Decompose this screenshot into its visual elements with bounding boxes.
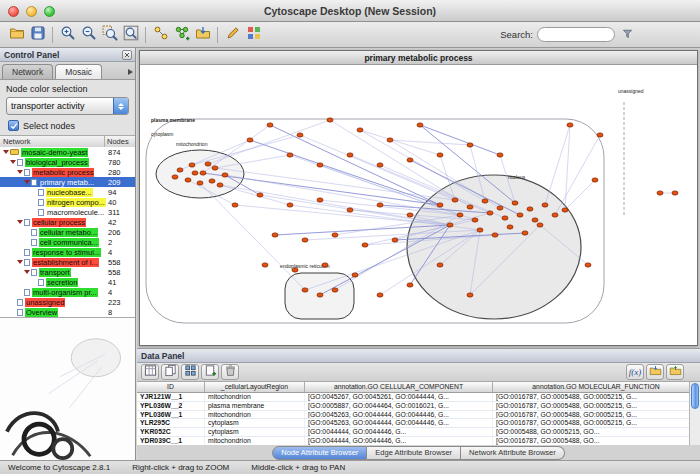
tree-header-network[interactable]: Network — [0, 136, 105, 147]
network-node[interactable] — [467, 293, 473, 297]
tree-item-9[interactable]: cell communica...2 — [0, 237, 135, 247]
table-row-2[interactable]: YPL036W__1mitochondrion[GO:0045263, GO:0… — [137, 411, 700, 420]
network-node[interactable] — [437, 263, 443, 267]
network-node[interactable] — [377, 163, 383, 167]
network-node[interactable] — [417, 123, 423, 127]
tree-item-15[interactable]: unassigned223 — [0, 297, 135, 307]
network-node[interactable] — [532, 218, 538, 222]
network-node[interactable] — [200, 171, 206, 175]
expand-triangle-icon[interactable] — [16, 170, 24, 174]
network-node[interactable] — [377, 293, 383, 297]
network-node[interactable] — [267, 123, 273, 127]
network-node[interactable] — [452, 198, 458, 202]
export-attributes-button[interactable] — [666, 364, 684, 380]
tree-item-4[interactable]: nucleobase...94 — [0, 187, 135, 197]
tree-item-10[interactable]: response to stimul...4 — [0, 247, 135, 257]
network-node[interactable] — [657, 191, 663, 195]
column-header-go-cellular-component[interactable]: annotation.GO CELLULAR_COMPONENT — [305, 382, 493, 393]
network-node[interactable] — [502, 216, 508, 220]
network-node[interactable] — [497, 206, 503, 210]
network-node[interactable] — [392, 238, 398, 242]
tree-item-11[interactable]: establishment of l...558 — [0, 257, 135, 267]
network-node[interactable] — [497, 153, 503, 157]
network-node[interactable] — [287, 203, 293, 207]
select-attributes-button[interactable] — [141, 364, 159, 380]
network-node[interactable] — [302, 288, 308, 292]
select-all-attributes-button[interactable] — [181, 364, 199, 380]
column-header-id[interactable]: ID — [137, 382, 205, 393]
network-node[interactable] — [197, 181, 203, 185]
network-node[interactable] — [209, 179, 215, 183]
network-node[interactable] — [447, 223, 453, 227]
titlebar[interactable]: Cytoscape Desktop (New Session) — [0, 0, 700, 22]
network-node[interactable] — [362, 243, 368, 247]
network-node[interactable] — [457, 213, 463, 217]
network-node[interactable] — [262, 263, 268, 267]
network-node[interactable] — [477, 228, 483, 232]
save-session-button[interactable] — [27, 24, 48, 45]
network-node[interactable] — [377, 203, 383, 207]
column-header-cellular-layout-region[interactable]: _cellularLayoutRegion — [205, 382, 305, 393]
column-header-go-molecular-function[interactable]: annotation.GO MOLECULAR_FUNCTION — [493, 382, 700, 393]
network-node[interactable] — [487, 211, 493, 215]
network-node[interactable] — [552, 213, 558, 217]
tab-network[interactable]: Network — [2, 64, 53, 79]
network-node[interactable] — [272, 233, 278, 237]
network-node[interactable] — [302, 238, 308, 242]
table-scrollbar[interactable] — [689, 382, 700, 445]
network-node[interactable] — [292, 268, 298, 272]
table-row-1[interactable]: YPL036W__2plasma membrane[GO:0005887, GO… — [137, 402, 700, 411]
tab-scroll-right-icon[interactable] — [128, 69, 133, 75]
network-node[interactable] — [317, 293, 323, 297]
network-node[interactable] — [317, 198, 323, 202]
network-node[interactable] — [297, 133, 303, 137]
select-nodes-checkbox[interactable] — [8, 120, 19, 131]
zoom-in-button[interactable] — [57, 24, 78, 45]
create-network-button[interactable] — [171, 24, 192, 45]
tree-item-12[interactable]: transport558 — [0, 267, 135, 277]
expand-triangle-icon[interactable] — [9, 160, 17, 164]
network-node[interactable] — [192, 171, 198, 175]
network-node[interactable] — [247, 138, 253, 142]
network-view-titlebar[interactable]: primary metabolic process — [140, 51, 697, 65]
tree-item-2[interactable]: metabolic process280 — [0, 167, 135, 177]
network-node[interactable] — [517, 213, 523, 217]
copy-attributes-button[interactable] — [161, 364, 179, 380]
function-builder-button[interactable]: f(x) — [626, 364, 644, 380]
network-node[interactable] — [672, 191, 678, 195]
network-node[interactable] — [527, 207, 533, 211]
tree-item-1[interactable]: biological_process780 — [0, 157, 135, 167]
tab-network-attribute-browser[interactable]: Network Attribute Browser — [461, 446, 565, 460]
network-node[interactable] — [467, 205, 473, 209]
node-color-dropdown[interactable]: transporter activity — [6, 97, 129, 115]
network-node[interactable] — [467, 143, 473, 147]
network-node[interactable] — [492, 233, 498, 237]
network-node[interactable] — [592, 178, 598, 182]
new-attribute-button[interactable] — [201, 364, 219, 380]
network-node[interactable] — [407, 283, 413, 287]
network-node[interactable] — [512, 201, 518, 205]
network-node[interactable] — [437, 203, 443, 207]
zoom-fit-button[interactable] — [120, 24, 141, 45]
network-node[interactable] — [172, 175, 178, 179]
network-node[interactable] — [332, 233, 338, 237]
table-row-0[interactable]: YJR121W__1mitochondrion[GO:0045267, GO:0… — [137, 393, 700, 402]
network-node[interactable] — [287, 153, 293, 157]
network-node[interactable] — [185, 178, 191, 182]
table-row-3[interactable]: YLR295Ccytoplasm[GO:0045263, GO:0044444,… — [137, 419, 700, 428]
network-node[interactable] — [347, 153, 353, 157]
delete-attribute-button[interactable] — [221, 364, 239, 380]
network-node[interactable] — [357, 128, 363, 132]
zoom-selected-button[interactable] — [99, 24, 120, 45]
expand-triangle-icon[interactable] — [16, 260, 24, 264]
tree-header-nodes[interactable]: Nodes — [105, 136, 135, 147]
tree-item-5[interactable]: nitrogen compo...40 — [0, 197, 135, 207]
network-node[interactable] — [332, 288, 338, 292]
vizmapper-button[interactable] — [243, 24, 264, 45]
tree-item-0[interactable]: mosaic-demo-yeast874 — [0, 147, 135, 157]
zoom-out-button[interactable] — [78, 24, 99, 45]
network-node[interactable] — [472, 218, 478, 222]
network-node[interactable] — [585, 263, 591, 267]
close-panel-icon[interactable] — [122, 50, 132, 60]
expand-triangle-icon[interactable] — [2, 150, 10, 154]
